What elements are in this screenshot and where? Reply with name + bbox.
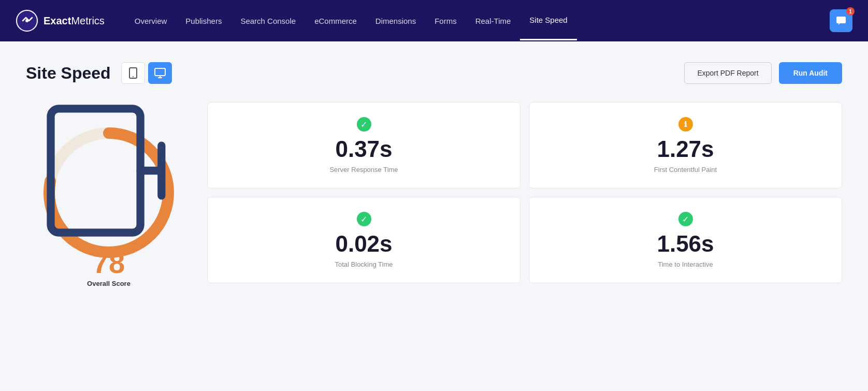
metric-value-server-response: 0.37s xyxy=(335,138,392,161)
logo-text: ExactMetrics xyxy=(44,15,105,27)
metric-label-total-blocking-time: Total Blocking Time xyxy=(335,260,393,268)
metrics-grid: ✓ 0.37s Server Response Time ℹ 1.27s Fir… xyxy=(207,102,842,283)
nav-item-realtime[interactable]: Real-Time xyxy=(466,2,520,40)
metric-status-icon-server-response: ✓ xyxy=(357,117,371,132)
logo-icon xyxy=(16,9,38,32)
donut-inner: 78 Overall Score xyxy=(36,98,181,287)
overall-score-widget: 78 Overall Score xyxy=(26,120,192,265)
mobile-device-button[interactable] xyxy=(121,62,145,84)
metric-label-first-contentful-paint: First Contentful Paint xyxy=(654,166,717,173)
nav-item-publishers[interactable]: Publishers xyxy=(176,2,231,40)
metric-card-time-to-interactive: ✓ 1.56s Time to Interactive xyxy=(529,197,842,283)
page-header: Site Speed Export PDF Report Run Audit xyxy=(26,62,842,84)
device-toggle xyxy=(121,62,172,84)
header-actions: Export PDF Report Run Audit xyxy=(684,62,842,84)
metric-status-icon-time-to-interactive: ✓ xyxy=(678,212,693,226)
run-audit-button[interactable]: Run Audit xyxy=(779,62,842,84)
desktop-icon xyxy=(154,68,166,78)
nav-item-search-console[interactable]: Search Console xyxy=(231,2,305,40)
metric-card-first-contentful-paint: ℹ 1.27s First Contentful Paint xyxy=(529,102,842,189)
logo: ExactMetrics xyxy=(16,9,105,32)
metric-value-total-blocking-time: 0.02s xyxy=(335,233,392,255)
metric-card-total-blocking-time: ✓ 0.02s Total Blocking Time xyxy=(207,197,520,283)
chat-icon xyxy=(835,15,847,26)
header: ExactMetrics Overview Publishers Search … xyxy=(0,0,868,41)
svg-rect-9 xyxy=(51,109,140,233)
header-right: 1 xyxy=(830,9,852,32)
metric-value-first-contentful-paint: 1.27s xyxy=(657,138,714,161)
page-title: Site Speed xyxy=(26,64,111,83)
mobile-icon xyxy=(128,67,138,79)
nav-item-site-speed[interactable]: Site Speed xyxy=(520,1,576,40)
donut-chart: 78 Overall Score xyxy=(36,120,181,265)
metric-label-server-response: Server Response Time xyxy=(329,166,398,173)
desktop-device-button[interactable] xyxy=(148,62,172,84)
score-value: 78 xyxy=(36,249,181,278)
main-nav: Overview Publishers Search Console eComm… xyxy=(125,1,830,40)
metric-label-time-to-interactive: Time to Interactive xyxy=(658,260,713,268)
svg-rect-6 xyxy=(155,68,165,76)
svg-point-5 xyxy=(133,76,134,77)
main-content: Site Speed Export PDF Report Run Audit xyxy=(0,41,868,304)
nav-item-ecommerce[interactable]: eCommerce xyxy=(305,2,366,40)
score-section: 78 Overall Score ✓ 0.37s Server Response… xyxy=(26,102,842,283)
metric-value-time-to-interactive: 1.56s xyxy=(657,233,714,255)
notification-badge: 1 xyxy=(846,7,855,16)
score-label: Overall Score xyxy=(36,280,181,287)
nav-item-overview[interactable]: Overview xyxy=(125,2,177,40)
nav-item-dimensions[interactable]: Dimensions xyxy=(366,2,425,40)
metric-card-server-response: ✓ 0.37s Server Response Time xyxy=(207,102,520,189)
metric-status-icon-first-contentful-paint: ℹ xyxy=(678,117,693,132)
monitor-icon xyxy=(36,98,181,245)
export-pdf-button[interactable]: Export PDF Report xyxy=(684,62,771,84)
nav-item-forms[interactable]: Forms xyxy=(425,2,466,40)
metric-status-icon-total-blocking-time: ✓ xyxy=(357,212,371,226)
notification-button[interactable]: 1 xyxy=(830,9,852,32)
svg-point-2 xyxy=(25,19,28,22)
